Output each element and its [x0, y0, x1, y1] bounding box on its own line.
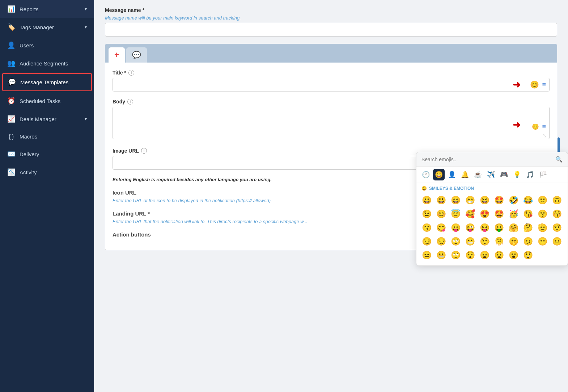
emoji-cell[interactable]: 🥳: [507, 208, 520, 221]
emoji-cell[interactable]: 😀: [420, 194, 433, 207]
emoji-cell[interactable]: 😆: [478, 194, 491, 207]
emoji-cell[interactable]: 😧: [492, 249, 505, 262]
emoji-cat-flags[interactable]: 🏳️: [537, 169, 549, 180]
emoji-cell[interactable]: 🙂: [536, 194, 549, 207]
title-list-icon[interactable]: ≡: [542, 81, 546, 89]
emoji-cell[interactable]: 🤗: [507, 221, 520, 234]
emoji-cell[interactable]: 😘: [521, 208, 534, 221]
emoji-cat-symbols[interactable]: 🎵: [524, 169, 536, 180]
emoji-cell[interactable]: 😙: [420, 221, 433, 234]
emoji-cell[interactable]: 😗: [536, 208, 549, 221]
sidebar-item-label: Macros: [20, 133, 37, 140]
message-name-input[interactable]: [105, 23, 557, 37]
emoji-cell[interactable]: 😚: [550, 208, 563, 221]
form-container: Message name * Message name will be your…: [94, 0, 568, 392]
emoji-cell[interactable]: 😉: [420, 208, 433, 221]
emoji-cat-recent[interactable]: 🕐: [420, 169, 432, 180]
body-textarea[interactable]: [113, 107, 550, 139]
emoji-section-title: 😀 SMILEYS & EMOTION: [416, 183, 568, 192]
emoji-cat-travel[interactable]: ✈️: [485, 169, 497, 180]
emoji-cell[interactable]: 😑: [420, 249, 433, 262]
title-emoji-icon[interactable]: 😊: [530, 80, 539, 89]
emoji-cell[interactable]: 😏: [420, 235, 433, 248]
sidebar-item-message-templates[interactable]: 💬 Message Templates: [2, 73, 92, 91]
chevron-down-icon: ▾: [85, 7, 87, 12]
emoji-cell[interactable]: 😍: [478, 208, 491, 221]
emoji-cell[interactable]: 🙃: [550, 194, 563, 207]
emoji-cat-activities[interactable]: 🎮: [498, 169, 510, 180]
sidebar-item-reports[interactable]: 📊 Reports ▾: [0, 0, 94, 18]
sidebar-item-label: Users: [20, 42, 34, 48]
sidebar-item-label: Audience Segments: [20, 60, 68, 67]
emoji-cell[interactable]: 😁: [463, 194, 476, 207]
tab-translate[interactable]: 💬: [126, 47, 147, 63]
emoji-search-bar: 🔍: [416, 152, 568, 167]
resize-handle[interactable]: ⤡: [542, 133, 547, 139]
emoji-cell[interactable]: 😛: [449, 221, 462, 234]
emoji-cell[interactable]: 😐: [550, 235, 563, 248]
sidebar-item-scheduled-tasks[interactable]: ⏰ Scheduled Tasks: [0, 92, 94, 110]
emoji-cell[interactable]: 😬: [463, 235, 476, 248]
sidebar-item-macros[interactable]: {} Macros: [0, 128, 94, 145]
tab-add[interactable]: +: [109, 47, 125, 63]
emoji-cell[interactable]: 😶: [536, 235, 549, 248]
emoji-cell[interactable]: 😋: [435, 221, 448, 234]
emoji-cell[interactable]: 😃: [435, 194, 448, 207]
emoji-cat-objects[interactable]: 💡: [511, 169, 523, 180]
body-input-actions: 😊 ≡: [532, 123, 546, 131]
sidebar-item-label: Delivery: [20, 151, 39, 157]
emoji-cell[interactable]: 😇: [449, 208, 462, 221]
emoji-cell[interactable]: 🤩: [492, 208, 505, 221]
sidebar-item-label: Activity: [20, 169, 37, 175]
emoji-cell[interactable]: 🙄: [449, 249, 462, 262]
emoji-cell[interactable]: 🤥: [478, 235, 491, 248]
emoji-cell[interactable]: 🙄: [449, 235, 462, 248]
emoji-cell[interactable]: 😂: [521, 194, 534, 207]
emoji-cat-alerts[interactable]: 🔔: [459, 169, 471, 180]
emoji-cell[interactable]: 🥰: [463, 208, 476, 221]
emoji-cell[interactable]: 🤑: [492, 221, 505, 234]
emoji-cat-smileys[interactable]: 😀: [433, 169, 445, 180]
emoji-cell[interactable]: 🫤: [521, 235, 534, 248]
image-url-info-icon[interactable]: i: [141, 148, 147, 154]
emoji-cat-food[interactable]: ☕: [472, 169, 484, 180]
emoji-cell[interactable]: 😬: [435, 249, 448, 262]
body-label: Body i: [113, 99, 550, 105]
sidebar-item-tags-manager[interactable]: 🏷️ Tags Manager ▾: [0, 18, 94, 36]
emoji-cell[interactable]: 😲: [521, 249, 534, 262]
title-info-icon[interactable]: i: [128, 70, 134, 76]
emoji-cell[interactable]: 😊: [435, 208, 448, 221]
emoji-cell[interactable]: 🤫: [507, 235, 520, 248]
title-input[interactable]: [113, 78, 550, 91]
body-info-icon[interactable]: i: [127, 99, 133, 105]
emoji-cell[interactable]: 😯: [463, 249, 476, 262]
sidebar-item-delivery[interactable]: ✉️ Delivery: [0, 145, 94, 163]
emoji-cell[interactable]: 😮: [507, 249, 520, 262]
body-emoji-icon[interactable]: 😊: [532, 123, 539, 130]
sidebar-item-audience-segments[interactable]: 👥 Audience Segments: [0, 54, 94, 72]
emoji-cell[interactable]: 🫡: [536, 221, 549, 234]
emoji-cell[interactable]: 🤨: [550, 221, 563, 234]
title-input-actions: 😊 ≡: [530, 80, 546, 89]
sidebar-item-users[interactable]: 👤 Users: [0, 36, 94, 54]
body-list-icon[interactable]: ≡: [542, 123, 546, 131]
emoji-cell[interactable]: 🤔: [521, 221, 534, 234]
emoji-cell[interactable]: 😄: [449, 194, 462, 207]
emoji-cell[interactable]: 😦: [478, 249, 491, 262]
title-group: Title * i ➜ 😊 ≡: [113, 70, 550, 91]
emoji-picker: 🔍 🕐 😀 👤 🔔 ☕ ✈️ 🎮 💡 🎵 🏳️ 😀 SMILEYS & EMOT…: [416, 152, 568, 266]
emoji-cell[interactable]: 🫠: [492, 235, 505, 248]
chevron-down-icon: ▾: [85, 116, 87, 122]
title-input-wrapper: ➜ 😊 ≡: [113, 78, 550, 91]
emoji-cell[interactable]: 🤩: [492, 194, 505, 207]
macros-icon: {}: [7, 133, 15, 140]
emoji-cell[interactable]: 😒: [435, 235, 448, 248]
emoji-cell[interactable]: 😝: [478, 221, 491, 234]
emoji-search-input[interactable]: [421, 157, 555, 162]
sidebar-item-activity[interactable]: 📉 Activity: [0, 163, 94, 181]
emoji-cat-people[interactable]: 👤: [446, 169, 458, 180]
sidebar-item-label: Tags Manager: [20, 24, 54, 30]
emoji-cell[interactable]: 🤣: [507, 194, 520, 207]
sidebar-item-deals-manager[interactable]: 📈 Deals Manager ▾: [0, 110, 94, 128]
emoji-cell[interactable]: 😜: [463, 221, 476, 234]
